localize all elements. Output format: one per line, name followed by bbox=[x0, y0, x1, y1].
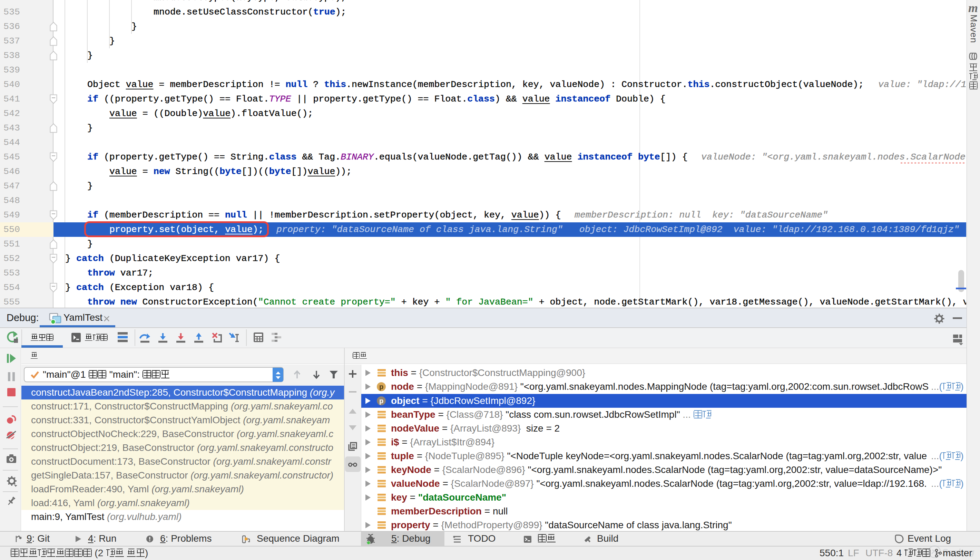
svg-text:p: p bbox=[379, 397, 384, 405]
svg-text:p: p bbox=[379, 383, 384, 390]
